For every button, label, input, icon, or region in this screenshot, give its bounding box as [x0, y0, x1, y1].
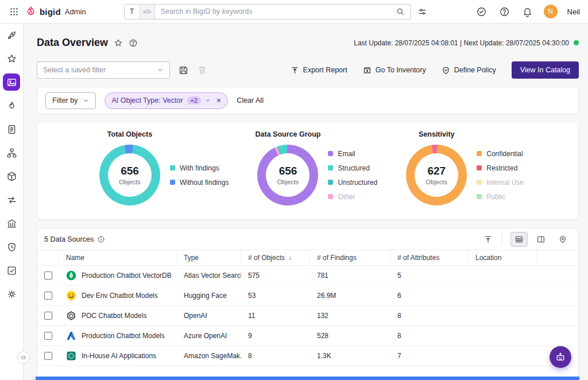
chart-title: Sensitivity [419, 130, 455, 138]
datasource-type: Amazon SageMak... [177, 352, 241, 360]
column-header[interactable]: # of Attributes [390, 250, 469, 265]
go-to-inventory-button[interactable]: Go To Inventory [363, 66, 426, 75]
legend-item[interactable]: Internal Use [477, 179, 524, 187]
page-help-icon[interactable] [129, 38, 138, 48]
column-header[interactable]: # of Objects↓ [241, 250, 310, 265]
card-view-toggle[interactable] [532, 232, 550, 247]
chevron-down-icon [157, 67, 164, 73]
sidebar-item-catalog[interactable] [3, 168, 20, 185]
legend-item[interactable]: Confidential [477, 150, 524, 158]
legend-item[interactable]: Public [477, 193, 524, 201]
main-content: Data Overview Last Update: 28/07/2025 04… [24, 24, 588, 380]
query-search-toggle[interactable]: </> [140, 5, 154, 19]
datasource-type: OpenAI [177, 312, 241, 320]
map-view-toggle[interactable] [554, 232, 571, 247]
actions-toolbar: Select a saved filter Export Report Go T… [37, 61, 579, 79]
flame-icon [6, 100, 17, 111]
text-search-toggle[interactable]: T [125, 5, 140, 19]
search-settings-icon[interactable] [416, 6, 428, 18]
table-row[interactable]: Production Chatbot Models Azure OpenAI 9… [37, 326, 578, 346]
findings-count: 528 [310, 332, 390, 340]
sidebar-item-tasks[interactable] [3, 262, 20, 279]
sidebar-item-classification[interactable] [3, 144, 20, 161]
row-checkbox[interactable] [44, 332, 52, 340]
table-row[interactable]: In-House AI Applications Amazon SageMak.… [37, 346, 578, 366]
save-filter-icon[interactable] [178, 65, 189, 76]
objects-count: 575 [241, 272, 310, 280]
saved-filter-select[interactable]: Select a saved filter [37, 61, 170, 79]
inventory-box-icon [363, 66, 372, 75]
search-input[interactable] [155, 7, 394, 15]
brand-logo[interactable]: bigid Admin [26, 6, 86, 17]
attributes-count: 8 [390, 312, 469, 320]
sidebar-item-data-flows[interactable] [3, 191, 20, 208]
bigid-flame-icon [26, 6, 37, 17]
row-checkbox[interactable] [44, 352, 52, 360]
sidebar-item-applications[interactable] [3, 215, 20, 232]
table-row[interactable]: POC Chatbot Models OpenAI 11 132 8 [37, 306, 578, 326]
table-export-icon[interactable] [482, 234, 494, 245]
delete-filter-trash-icon[interactable] [197, 65, 207, 75]
ai-assistant-fab[interactable] [550, 346, 571, 368]
legend-item[interactable]: Without findings [170, 179, 229, 187]
legend-item[interactable]: Email [328, 150, 377, 158]
legend-item[interactable]: Structured [328, 164, 377, 172]
legend-swatch [477, 165, 482, 170]
sidebar-item-getting-started[interactable] [3, 26, 20, 44]
legend-swatch [328, 194, 333, 199]
row-checkbox[interactable] [44, 272, 52, 280]
export-report-button[interactable]: Export Report [291, 66, 347, 75]
define-policy-button[interactable]: Define Policy [442, 66, 496, 75]
chart-data-source-group: Data Source Group 656 Objects EmailStruc… [257, 130, 377, 219]
sidebar-item-settings[interactable] [3, 285, 20, 303]
notifications-bell-icon[interactable] [521, 5, 534, 18]
sidebar-nav [0, 24, 24, 380]
row-checkbox[interactable] [44, 312, 52, 320]
column-header[interactable]: Type [177, 250, 241, 265]
row-checkbox[interactable] [44, 292, 52, 300]
help-icon[interactable] [498, 5, 511, 18]
objects-count: 11 [241, 312, 310, 320]
sidebar-item-reports[interactable] [3, 121, 20, 138]
status-check-icon[interactable] [475, 5, 488, 18]
sidebar-item-data-overview[interactable] [3, 73, 20, 91]
chip-close-icon[interactable]: ✕ [216, 97, 221, 104]
favorite-star-icon[interactable] [114, 38, 123, 48]
legend-swatch [328, 165, 333, 170]
search-icon[interactable] [394, 6, 406, 17]
legend-item[interactable]: Restricted [477, 164, 524, 172]
app-launcher-icon[interactable] [8, 6, 20, 18]
column-header[interactable] [537, 250, 578, 265]
legend-item[interactable]: Other [328, 193, 377, 201]
export-icon [291, 66, 299, 75]
legend-swatch [477, 151, 482, 156]
table-row[interactable]: Dev Env Chatbot Models Hugging Face 53 2… [37, 286, 578, 306]
brand-name: bigid [40, 7, 61, 17]
view-in-catalog-button[interactable]: View In Catalog [512, 61, 579, 79]
donut-total-objects: 656 Objects [99, 145, 160, 205]
legend-item[interactable]: With findings [170, 164, 229, 172]
legend-item[interactable]: Unstructured [328, 179, 377, 187]
table-view-toggle[interactable] [510, 232, 528, 247]
filter-by-dropdown[interactable]: Filter by [45, 92, 96, 109]
topbar-right: N Neil [475, 5, 580, 18]
column-header[interactable]: # of Findings [310, 250, 390, 265]
user-avatar[interactable]: N [544, 5, 558, 18]
table-row[interactable]: Production Chatbot VectorDB Atlas Vector… [37, 266, 578, 286]
box-icon [6, 171, 17, 182]
column-header[interactable]: Name [59, 250, 177, 265]
sidebar-collapse-button[interactable] [17, 351, 30, 364]
document-icon [6, 124, 17, 135]
charts-panel: Total Objects 656 Objects With findingsW… [37, 121, 579, 220]
chart-title: Total Objects [107, 130, 152, 138]
findings-count: 1.3K [310, 352, 390, 360]
sidebar-item-risk[interactable] [3, 97, 20, 114]
datasource-name: In-House AI Applications [82, 352, 156, 360]
sidebar-item-compliance[interactable] [3, 238, 20, 255]
sidebar-item-favorites[interactable] [3, 50, 20, 67]
filter-chip-ai-object-type[interactable]: AI Object Type: Vector +2 ✕ [105, 92, 228, 109]
attributes-count: 6 [390, 292, 469, 300]
clear-all-button[interactable]: Clear All [237, 96, 264, 104]
column-header[interactable]: Location [469, 250, 537, 265]
hierarchy-icon [6, 148, 17, 158]
